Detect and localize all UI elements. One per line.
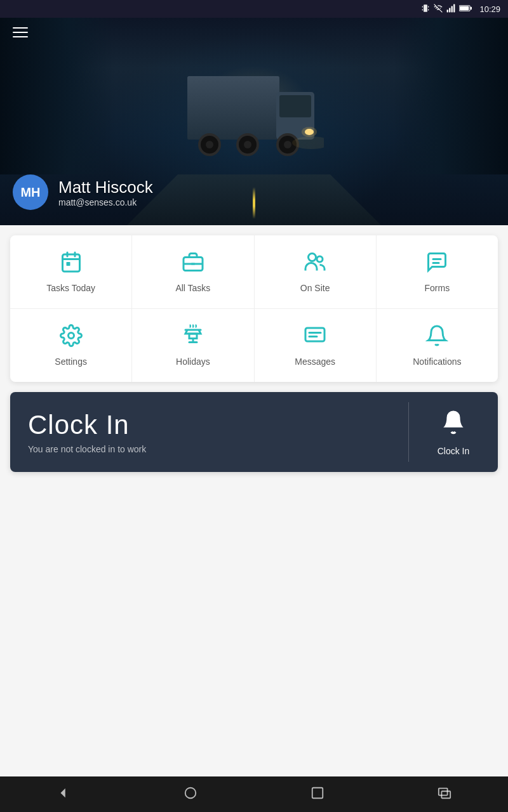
- menu-button[interactable]: [10, 22, 30, 43]
- forms-label: Forms: [425, 283, 450, 293]
- svg-rect-2: [429, 6, 429, 8]
- notifications-label: Notifications: [413, 357, 461, 367]
- svg-point-45: [185, 787, 196, 798]
- holidays-label: Holidays: [176, 357, 210, 367]
- svg-rect-4: [429, 9, 429, 10]
- home-icon: [184, 786, 197, 803]
- people-icon: [304, 251, 326, 277]
- clock-in-button[interactable]: Clock In: [409, 392, 498, 472]
- clock-in-subtitle: You are not clocked in to work: [28, 444, 391, 454]
- svg-point-17: [302, 127, 317, 137]
- clock-in-button-label: Clock In: [438, 446, 470, 456]
- screenshot-icon: [438, 786, 451, 803]
- svg-rect-7: [451, 6, 453, 13]
- briefcase-icon: [182, 251, 204, 277]
- status-time: 10:29: [479, 4, 500, 14]
- svg-rect-1: [422, 6, 423, 8]
- clock-in-left: Clock In You are not clocked in to work: [10, 392, 408, 472]
- clock-in-banner[interactable]: Clock In You are not clocked in to work …: [10, 392, 498, 472]
- svg-point-37: [68, 333, 74, 339]
- nav-recent-button[interactable]: [298, 781, 337, 808]
- hamburger-line-3: [13, 36, 28, 37]
- svg-rect-3: [422, 9, 423, 10]
- tasks-today-label: Tasks Today: [46, 283, 95, 293]
- recent-apps-icon: [311, 786, 324, 803]
- svg-rect-25: [62, 254, 79, 272]
- svg-rect-32: [191, 263, 195, 265]
- road-center-line: [253, 187, 255, 219]
- menu-grid: Tasks Today All Tasks: [10, 235, 498, 382]
- menu-item-notifications[interactable]: Notifications: [377, 309, 498, 382]
- status-icons: 10:29: [421, 4, 500, 14]
- svg-rect-0: [424, 4, 428, 12]
- forms-icon: [425, 251, 448, 277]
- menu-row-1: Tasks Today All Tasks: [10, 235, 498, 309]
- bottom-navigation: [0, 776, 508, 812]
- status-bar: 10:29: [0, 0, 508, 18]
- svg-point-23: [284, 141, 291, 148]
- svg-rect-15: [279, 95, 311, 117]
- svg-point-34: [317, 256, 323, 262]
- user-name: Matt Hiscock: [58, 178, 153, 197]
- truck-image: [184, 44, 324, 171]
- settings-icon: [60, 324, 83, 350]
- menu-item-tasks-today[interactable]: Tasks Today: [10, 235, 132, 308]
- hamburger-line-1: [13, 27, 28, 29]
- nav-home-button[interactable]: [171, 781, 210, 808]
- menu-item-on-site[interactable]: On Site: [255, 235, 377, 308]
- user-email: matt@senses.co.uk: [58, 197, 153, 207]
- menu-item-messages[interactable]: Messages: [255, 309, 377, 382]
- svg-rect-10: [471, 7, 472, 10]
- messages-icon: [304, 324, 326, 350]
- avatar: MH: [13, 174, 48, 210]
- back-icon: [57, 786, 70, 803]
- svg-rect-29: [66, 262, 70, 266]
- svg-point-33: [309, 254, 316, 261]
- nav-screenshot-button[interactable]: [425, 781, 464, 808]
- svg-point-21: [244, 141, 251, 148]
- menu-item-all-tasks[interactable]: All Tasks: [132, 235, 254, 308]
- main-content: Tasks Today All Tasks: [0, 225, 508, 776]
- on-site-label: On Site: [300, 283, 330, 293]
- all-tasks-label: All Tasks: [175, 283, 210, 293]
- svg-rect-8: [454, 4, 455, 13]
- menu-item-forms[interactable]: Forms: [377, 235, 498, 308]
- hero-section: MH Matt Hiscock matt@senses.co.uk: [0, 0, 508, 225]
- tunnel-right: [394, 18, 508, 174]
- svg-marker-44: [60, 788, 65, 797]
- svg-rect-46: [312, 787, 323, 798]
- menu-item-settings[interactable]: Settings: [10, 309, 132, 382]
- holidays-icon: [182, 324, 204, 350]
- clock-in-title: Clock In: [28, 410, 391, 440]
- messages-label: Messages: [295, 357, 335, 367]
- svg-rect-11: [460, 6, 469, 10]
- battery-icon: [459, 4, 472, 13]
- hamburger-line-2: [13, 32, 28, 33]
- vibrate-icon: [421, 4, 430, 14]
- svg-point-19: [206, 141, 213, 148]
- wifi-icon: [434, 4, 443, 14]
- svg-rect-5: [447, 10, 448, 12]
- svg-rect-13: [187, 76, 279, 140]
- nav-back-button[interactable]: [44, 781, 83, 808]
- svg-rect-41: [305, 328, 324, 341]
- user-overlay: MH Matt Hiscock matt@senses.co.uk: [13, 174, 153, 210]
- notifications-icon: [425, 324, 448, 350]
- clock-in-bell-icon: [440, 409, 467, 441]
- settings-label: Settings: [55, 357, 87, 367]
- signal-icon: [446, 4, 455, 14]
- svg-rect-6: [450, 8, 451, 12]
- calendar-icon: [60, 251, 83, 277]
- user-info: Matt Hiscock matt@senses.co.uk: [58, 178, 153, 207]
- menu-row-2: Settings: [10, 309, 498, 382]
- menu-item-holidays[interactable]: Holidays: [132, 309, 254, 382]
